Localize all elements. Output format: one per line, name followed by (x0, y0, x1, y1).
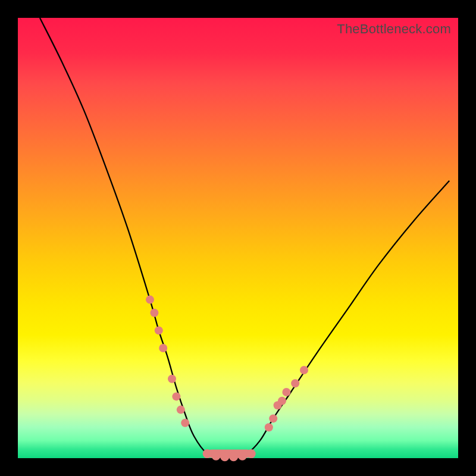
curve-path (40, 18, 449, 459)
marker-group (146, 296, 308, 462)
plot-area: TheBottleneck.com (18, 18, 458, 458)
marker-dot (150, 309, 158, 317)
marker-dot (265, 423, 273, 431)
marker-dot (238, 452, 247, 461)
marker-dot (229, 452, 238, 461)
marker-dot (278, 397, 286, 405)
bottleneck-curve (18, 18, 458, 458)
marker-dot (146, 296, 154, 304)
marker-dot (212, 452, 221, 461)
marker-dot (168, 375, 176, 383)
marker-dot (155, 326, 163, 334)
marker-dot (203, 449, 212, 458)
chart-container: TheBottleneck.com (0, 0, 476, 476)
marker-dot (220, 452, 229, 461)
marker-dot (172, 392, 180, 400)
marker-dot (282, 388, 290, 396)
marker-dot (247, 449, 256, 458)
marker-dot (159, 344, 167, 352)
marker-dot (177, 406, 185, 414)
marker-dot (181, 419, 189, 427)
marker-dot (291, 379, 299, 387)
marker-dot (269, 414, 277, 422)
marker-dot (300, 366, 308, 374)
